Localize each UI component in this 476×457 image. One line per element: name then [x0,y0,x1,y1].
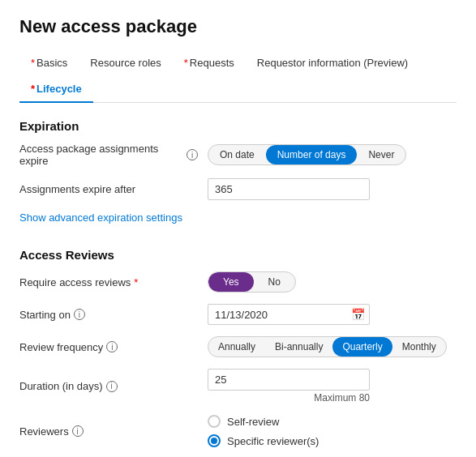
number-of-days-btn[interactable]: Number of days [266,145,358,164]
duration-row: Duration (in days) i Maximum 80 [19,369,457,404]
expiration-title: Expiration [19,119,457,133]
date-input-wrapper[interactable]: 📅 [208,304,370,325]
reviewers-control: Self-review Specific reviewer(s) [208,415,457,447]
nav-tabs: *Basics Resource roles *Requests Request… [19,50,457,103]
assignments-expire-row: Access package assignments expire i On d… [19,143,457,167]
tab-resource-roles[interactable]: Resource roles [79,50,172,77]
reviewers-label: Reviewers i [19,425,198,438]
starting-on-control: 📅 [208,304,457,325]
assignments-expire-after-label: Assignments expire after [19,183,198,195]
on-date-btn[interactable]: On date [208,145,266,164]
starting-on-info-icon[interactable]: i [74,309,85,320]
access-reviews-section: Access Reviews Require access reviews * … [19,248,457,447]
required-star: * [31,57,35,69]
duration-control: Maximum 80 [208,369,457,404]
expire-toggle-group: On date Number of days Never [208,144,406,165]
page-container: New access package *Basics Resource role… [0,0,476,457]
assignments-expire-after-input[interactable] [208,178,370,200]
page-title: New access package [19,16,457,37]
assignments-expire-label: Access package assignments expire i [19,143,198,167]
no-btn[interactable]: No [254,272,295,292]
starting-on-row: Starting on i 📅 [19,304,457,325]
require-access-reviews-control: Yes No [208,271,457,293]
assignments-expire-control: On date Number of days Never [208,144,457,165]
review-frequency-info-icon[interactable]: i [106,341,118,352]
quarterly-btn[interactable]: Quarterly [332,337,392,357]
specific-reviewer-option[interactable]: Specific reviewer(s) [208,434,457,447]
require-access-reviews-row: Require access reviews * Yes No [19,271,457,293]
starting-on-label: Starting on i [19,309,198,321]
required-star-requests: * [184,57,188,69]
review-frequency-control: Annually Bi-annually Quarterly Monthly [208,336,457,357]
reviewers-info-icon[interactable]: i [72,425,84,437]
duration-label: Duration (in days) i [19,380,198,392]
required-star-reviews: * [134,276,138,288]
annually-btn[interactable]: Annually [208,337,265,357]
assignments-expire-info-icon[interactable]: i [187,149,198,160]
require-access-reviews-label: Require access reviews * [19,276,198,288]
required-star-lifecycle: * [31,83,35,95]
bi-annually-btn[interactable]: Bi-annually [265,337,332,357]
assignments-expire-after-control [208,178,457,200]
reviewers-radio-group: Self-review Specific reviewer(s) [208,415,457,447]
never-btn[interactable]: Never [357,145,405,164]
assignments-expire-after-row: Assignments expire after [19,178,457,200]
self-review-label: Self-review [227,416,279,428]
frequency-toggle-group: Annually Bi-annually Quarterly Monthly [208,336,447,357]
starting-on-input[interactable] [215,309,351,321]
duration-input[interactable] [208,369,370,391]
expiration-section: Expiration Access package assignments ex… [19,119,457,237]
review-frequency-label: Review frequency i [19,341,198,353]
self-review-option[interactable]: Self-review [208,415,457,428]
tab-basics[interactable]: *Basics [19,50,79,77]
tab-lifecycle[interactable]: *Lifecycle [19,76,93,103]
yes-btn[interactable]: Yes [208,272,254,292]
calendar-icon[interactable]: 📅 [351,308,365,321]
yes-no-toggle: Yes No [208,271,296,293]
tab-requestor-info[interactable]: Requestor information (Preview) [246,50,419,77]
review-frequency-row: Review frequency i Annually Bi-annually … [19,336,457,357]
specific-reviewer-radio[interactable] [208,434,221,447]
monthly-btn[interactable]: Monthly [392,337,446,357]
duration-info-icon[interactable]: i [106,381,118,392]
access-reviews-title: Access Reviews [19,248,457,262]
max-label: Maximum 80 [208,392,370,404]
self-review-radio[interactable] [208,415,221,428]
specific-reviewer-label: Specific reviewer(s) [227,435,319,447]
tab-requests[interactable]: *Requests [173,50,246,77]
reviewers-row: Reviewers i Self-review Specific reviewe… [19,415,457,447]
show-advanced-link[interactable]: Show advanced expiration settings [19,211,182,224]
